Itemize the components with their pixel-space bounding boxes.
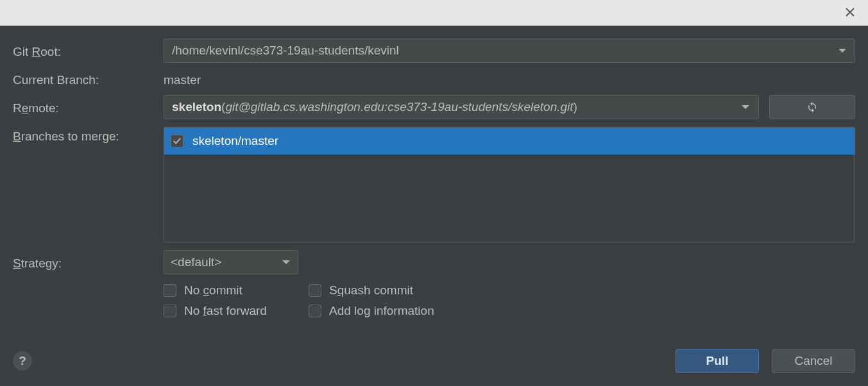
label-text: oot:: [40, 45, 61, 58]
label-text: ranches to merge:: [21, 130, 119, 143]
label-mnemonic: e: [22, 101, 29, 115]
label-text: mote:: [28, 101, 59, 115]
row-remote: Remote: skeleton(git@gitlab.cs.washingto…: [13, 95, 855, 119]
label-text: Git: [13, 45, 32, 58]
text: ast forward: [207, 304, 267, 317]
help-button[interactable]: ?: [13, 351, 32, 371]
text: S: [329, 283, 337, 297]
close-icon[interactable]: [845, 6, 855, 21]
row-strategy: Strategy: <default>: [13, 250, 855, 274]
label-mnemonic: B: [13, 130, 21, 143]
option-label: Squash commit: [329, 283, 413, 298]
branches-list[interactable]: skeleton/master: [164, 127, 855, 242]
options-grid: No commit Squash commit No fast forward: [164, 283, 434, 318]
refresh-button[interactable]: [769, 95, 855, 119]
refresh-icon: [806, 101, 818, 113]
remote-name: skeleton: [172, 100, 221, 114]
mnemonic: g: [364, 304, 371, 317]
branch-item[interactable]: skeleton/master: [164, 128, 855, 155]
text: No: [184, 304, 203, 317]
git-root-value: /home/kevinl/cse373-19au-students/kevinl: [172, 44, 399, 58]
option-label: No commit: [184, 283, 243, 298]
dialog-body: Git Root: /home/kevinl/cse373-19au-stude…: [0, 26, 868, 386]
option-no-ff[interactable]: No fast forward: [164, 304, 309, 318]
label-current-branch: Current Branch:: [13, 71, 164, 87]
option-label: No fast forward: [184, 304, 267, 318]
checkbox-no-ff[interactable]: [164, 305, 176, 317]
label-mnemonic: S: [13, 256, 21, 270]
checkbox-no-commit[interactable]: [164, 284, 176, 297]
label-branches: Branches to merge:: [13, 127, 164, 144]
checkbox-squash[interactable]: [309, 284, 321, 297]
cancel-button[interactable]: Cancel: [772, 349, 855, 373]
git-root-select[interactable]: /home/kevinl/cse373-19au-students/kevinl: [164, 38, 855, 63]
remote-select[interactable]: skeleton(git@gitlab.cs.washington.edu:cs…: [164, 95, 759, 119]
branch-checkbox[interactable]: [171, 135, 183, 147]
chevron-down-icon: [282, 260, 290, 264]
mnemonic: c: [203, 283, 210, 297]
row-options: No commit Squash commit No fast forward: [13, 282, 855, 318]
text: Add lo: [329, 304, 364, 317]
chevron-down-icon: [742, 105, 749, 109]
label-text: trategy:: [21, 256, 62, 270]
strategy-select[interactable]: <default>: [164, 250, 298, 274]
branch-label: skeleton/master: [192, 134, 278, 148]
text: ): [574, 100, 577, 114]
label-text: R: [13, 101, 22, 115]
remote-url: git@gitlab.cs.washington.edu:cse373-19au…: [225, 100, 573, 114]
chevron-down-icon: [838, 49, 846, 53]
label-mnemonic: R: [32, 45, 41, 58]
mnemonic: q: [337, 283, 345, 297]
text: ommit: [209, 283, 243, 297]
option-no-commit[interactable]: No commit: [164, 283, 309, 298]
label-git-root: Git Root:: [13, 42, 164, 59]
row-git-root: Git Root: /home/kevinl/cse373-19au-stude…: [13, 38, 855, 63]
text: uash commit: [344, 283, 413, 297]
text: No: [184, 283, 203, 297]
option-add-log[interactable]: Add log information: [309, 304, 434, 318]
titlebar: [0, 0, 868, 26]
row-current-branch: Current Branch: master: [13, 71, 855, 87]
dialog-footer: ? Pull Cancel: [13, 344, 855, 373]
text: information: [370, 304, 434, 317]
label-strategy: Strategy:: [13, 254, 164, 271]
option-label: Add log information: [329, 304, 434, 318]
option-squash[interactable]: Squash commit: [309, 283, 434, 298]
current-branch-value: master: [164, 71, 201, 87]
label-remote: Remote:: [13, 99, 164, 115]
label-spacer: [13, 299, 164, 301]
footer-buttons: Pull Cancel: [676, 349, 855, 373]
checkbox-add-log[interactable]: [309, 305, 321, 317]
pull-button[interactable]: Pull: [676, 349, 759, 373]
row-branches: Branches to merge: skeleton/master: [13, 127, 855, 242]
strategy-value: <default>: [171, 255, 221, 269]
